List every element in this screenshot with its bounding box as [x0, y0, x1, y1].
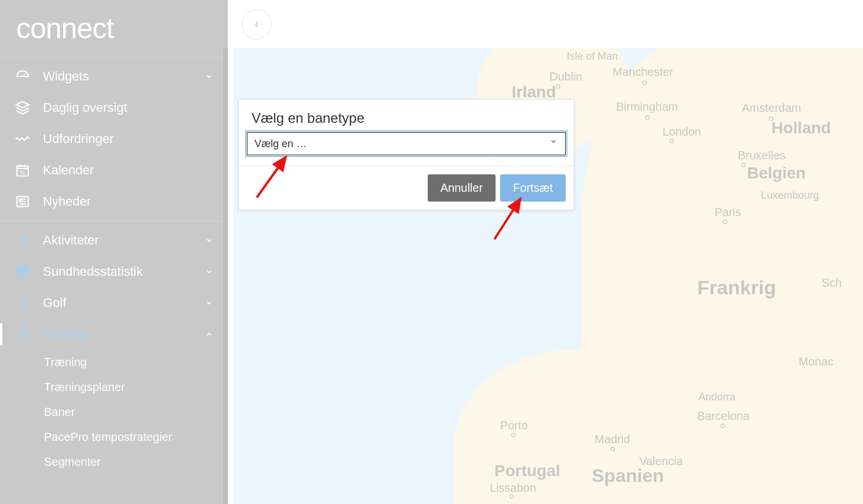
- submenu-item-training[interactable]: Træning: [44, 350, 228, 375]
- sidebar-item-label: Aktiviteter: [43, 233, 205, 248]
- layers-icon: [14, 100, 31, 115]
- map-city-dot: [645, 115, 650, 120]
- submenu-item-courses[interactable]: Baner: [44, 400, 228, 425]
- chevron-left-icon: [252, 20, 261, 29]
- map-label-madrid: Madrid: [595, 433, 630, 446]
- news-icon: [14, 194, 31, 209]
- map-label-london: London: [662, 125, 701, 138]
- training-submenu: Træning Træningsplaner Baner PacePro tem…: [0, 350, 228, 474]
- golf-icon: [14, 295, 31, 311]
- map-label-spain: Spanien: [592, 465, 664, 487]
- continue-button[interactable]: Fortsæt: [500, 174, 566, 202]
- map-label-paris: Paris: [715, 206, 741, 219]
- chevron-down-icon: [205, 267, 214, 276]
- map-label-porto: Porto: [500, 419, 528, 432]
- sidebar-item-label: Kalender: [43, 163, 214, 178]
- map-label-dublin: Dublin: [549, 70, 582, 83]
- svg-text:31: 31: [20, 170, 26, 176]
- top-bar: [228, 0, 863, 48]
- svg-point-4: [21, 234, 24, 236]
- map-city-dot: [511, 433, 516, 437]
- stopwatch-icon: [14, 327, 31, 342]
- sidebar-item-activities[interactable]: Aktiviteter: [0, 225, 228, 256]
- dialog-header: Vælg en banetype: [239, 100, 574, 132]
- submenu-item-pacepro[interactable]: PacePro tempostrategier: [44, 425, 228, 450]
- map-label-lissabon: Lissabon: [490, 481, 536, 495]
- map-label-belgium: Belgien: [747, 164, 806, 182]
- nav-section-general: Widgets Daglig oversigt Udfordringer 31 …: [0, 57, 228, 221]
- wave-icon: [14, 132, 31, 147]
- map-city-dot: [642, 81, 647, 85]
- calendar-icon: 31: [14, 163, 31, 178]
- map-label-portugal: Portugal: [494, 462, 560, 480]
- chevron-down-icon: [205, 72, 214, 81]
- course-type-select[interactable]: Vælg en …: [247, 132, 566, 155]
- person-icon: [14, 233, 31, 248]
- map-label-monaco: Monac: [799, 355, 833, 368]
- sidebar-item-calendar[interactable]: 31 Kalender: [0, 155, 228, 186]
- sidebar-item-label: Nyheder: [43, 194, 214, 209]
- map-label-luxembourg: Luxembourg: [761, 189, 819, 202]
- sidebar-item-label: Udfordringer: [43, 132, 214, 147]
- sidebar-item-label: Golf: [43, 295, 205, 311]
- gauge-icon: [14, 69, 31, 84]
- chevron-up-icon: [205, 330, 214, 339]
- heart-icon: [14, 264, 31, 279]
- sidebar-item-label: Træning: [43, 327, 205, 342]
- submenu-item-segments[interactable]: Segmenter: [44, 450, 228, 474]
- sidebar-item-widgets[interactable]: Widgets: [0, 61, 228, 92]
- dialog-body: Vælg en …: [239, 132, 574, 166]
- dialog-title: Vælg en banetype: [252, 110, 561, 126]
- sidebar-item-label: Sundhedsstatistik: [43, 264, 205, 279]
- sidebar-item-training[interactable]: Træning: [0, 319, 228, 350]
- map-city-dot: [509, 494, 514, 499]
- chevron-down-icon: [205, 236, 214, 245]
- map-label-sch: Sch: [822, 276, 842, 290]
- chevron-down-icon: [205, 298, 214, 308]
- map-canvas[interactable]: Isle of Man Dublin Manchester Irland Bir…: [234, 48, 863, 504]
- map-label-bruxelles: Bruxelles: [738, 149, 785, 162]
- sidebar-item-label: Widgets: [43, 69, 205, 84]
- cancel-button[interactable]: Annuller: [428, 174, 496, 202]
- map-city-dot: [556, 84, 560, 89]
- course-type-dialog: Vælg en banetype Vælg en … Annuller Fort…: [238, 99, 574, 210]
- svg-marker-0: [16, 101, 29, 108]
- map-city-dot: [720, 423, 725, 428]
- map-city-dot: [669, 138, 674, 143]
- back-button[interactable]: [242, 9, 272, 39]
- map-label-manchester: Manchester: [613, 65, 673, 79]
- sidebar-item-golf[interactable]: Golf: [0, 287, 228, 319]
- svg-point-5: [20, 297, 22, 299]
- brand-logo: connect: [0, 6, 228, 57]
- map-label-birmingham: Birmingham: [616, 100, 678, 114]
- sidebar-item-label: Daglig oversigt: [43, 100, 214, 115]
- map-label-barcelona: Barcelona: [697, 410, 749, 423]
- sidebar-item-daily-overview[interactable]: Daglig oversigt: [0, 92, 228, 123]
- sidebar-item-challenges[interactable]: Udfordringer: [0, 123, 228, 155]
- main-content: Isle of Man Dublin Manchester Irland Bir…: [228, 0, 863, 504]
- map-label-holland: Holland: [771, 119, 831, 137]
- sidebar: connect Widgets Daglig oversigt Udfordri…: [0, 0, 228, 504]
- map-label-andorra: Andorra: [698, 391, 735, 403]
- sidebar-scrollbar[interactable]: [223, 48, 228, 504]
- sidebar-item-news[interactable]: Nyheder: [0, 186, 228, 217]
- map-label-france: Frankrig: [697, 276, 776, 299]
- map-city-dot: [741, 163, 746, 167]
- map-label-isle-of-man: Isle of Man: [567, 50, 618, 63]
- map-city-dot: [723, 220, 727, 224]
- map-city-dot: [610, 447, 615, 451]
- sidebar-item-health-stats[interactable]: Sundhedsstatistik: [0, 256, 228, 287]
- map-label-amsterdam: Amsterdam: [742, 101, 801, 115]
- nav-section-activity: Aktiviteter Sundhedsstatistik Golf: [0, 221, 228, 478]
- dialog-footer: Annuller Fortsæt: [239, 166, 574, 210]
- submenu-item-training-plans[interactable]: Træningsplaner: [44, 375, 228, 400]
